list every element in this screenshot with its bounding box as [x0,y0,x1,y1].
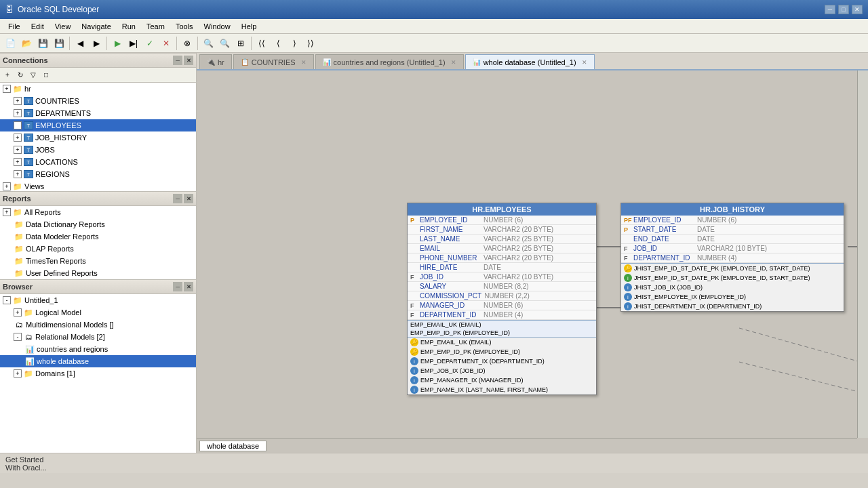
menu-tools[interactable]: Tools [170,21,199,32]
tb-zoom-in-btn[interactable]: 🔍 [201,36,216,51]
conn-refresh-btn[interactable]: ↻ [14,69,26,81]
tree-item-all-reports[interactable]: + 📁 All Reports [0,206,196,218]
tab-hr[interactable]: 🔌 hr [199,54,232,69]
tb-nav4-btn[interactable]: ⟩⟩ [303,36,318,51]
expand-domains[interactable]: + [14,369,22,378]
fk-marker-manager-id: F [410,302,420,309]
tb-back-btn[interactable]: ◀ [73,36,87,51]
tb-open-btn[interactable]: 📂 [19,36,34,51]
tb-new-btn[interactable]: 📄 [3,36,18,51]
tb-run-script-btn[interactable]: ▶| [126,36,141,51]
type-job-id: VARCHAR2 (10 BYTE) [484,273,553,281]
expand-departments[interactable]: + [14,109,22,117]
tab-whole-database[interactable]: 📊 whole database (Untitled_1) ✕ [465,54,595,69]
tree-item-hr[interactable]: + 📁 hr [0,83,196,95]
tree-item-user-defined[interactable]: 📁 User Defined Reports [0,267,196,279]
expand-hr[interactable]: + [3,85,11,93]
reports-title: Reports [3,195,31,203]
data-modeler-icon: 📁 [14,231,24,242]
menu-team[interactable]: Team [141,21,170,32]
canvas-tabs: whole database [197,438,857,453]
tree-item-locations[interactable]: + T LOCATIONS [0,156,196,168]
tb-commit-btn[interactable]: ✓ [142,36,157,51]
conn-schema-btn[interactable]: □ [40,69,52,81]
menu-file[interactable]: File [3,21,26,32]
tree-item-timesten[interactable]: 📁 TimesTen Reports [0,255,196,267]
menu-view[interactable]: View [50,21,77,32]
tree-item-domains[interactable]: + 📁 Domains [1] [0,367,196,380]
tree-item-employees[interactable]: - T EMPLOYEES [0,119,196,131]
connections-panel-controls[interactable]: ─ ✕ [173,56,193,65]
expand-regions[interactable]: + [14,170,22,178]
browser-minimize[interactable]: ─ [173,282,182,291]
tab-countries-regions[interactable]: 📊 countries and regions (Untitled_1) ✕ [315,54,464,69]
connections-close[interactable]: ✕ [184,56,193,65]
expand-jobs[interactable]: + [14,146,22,154]
tb-nav3-btn[interactable]: ⟩ [287,36,302,51]
tree-item-departments[interactable]: + T DEPARTMENTS [0,107,196,119]
tb-rollback-btn[interactable]: ✕ [159,36,174,51]
title-controls[interactable]: ─ □ ✕ [825,5,863,14]
tree-item-jobs[interactable]: + T JOBS [0,144,196,156]
close-button[interactable]: ✕ [852,5,863,14]
tb-nav1-btn[interactable]: ⟨⟨ [254,36,269,51]
conn-filter-btn[interactable]: ▽ [27,69,39,81]
expand-logical[interactable]: + [14,308,22,317]
canvas-tab-whole-database[interactable]: whole database [199,441,267,451]
tree-item-countries[interactable]: + T COUNTRIES [0,95,196,107]
jh-col-name-job-id: JOB_ID [633,245,694,252]
tree-item-views[interactable]: + 📁 Views [0,180,196,191]
tb-forward-btn[interactable]: ▶ [89,36,104,51]
tb-cancel-btn[interactable]: ⊗ [180,36,195,51]
connections-minimize[interactable]: ─ [173,56,182,65]
maximize-button[interactable]: □ [838,5,849,14]
browser-panel-controls[interactable]: ─ ✕ [173,282,193,291]
tree-item-regions[interactable]: + T REGIONS [0,168,196,180]
expand-locations[interactable]: + [14,158,22,166]
tree-item-relational[interactable]: - 🗂 Relational Models [2] [0,331,196,343]
tab-countries[interactable]: 📋 COUNTRIES ✕ [233,54,314,69]
reports-minimize[interactable]: ─ [173,194,182,203]
reports-close[interactable]: ✕ [184,194,193,203]
tree-item-olap[interactable]: 📁 OLAP Reports [0,243,196,255]
conn-add-btn[interactable]: + [1,69,14,81]
reports-panel-controls[interactable]: ─ ✕ [173,194,193,203]
tree-label-timesten: TimesTen Reports [26,257,86,265]
tree-item-whole-database[interactable]: 📊 whole database [0,355,196,367]
menu-navigate[interactable]: Navigate [76,21,116,32]
expand-all-reports[interactable]: + [3,208,11,216]
tree-item-multidim[interactable]: 🗂 Multidimensional Models [] [0,319,196,331]
erd-canvas[interactable]: HR.EMPLOYEES P EMPLOYEE_ID NUMBER (6) FI… [197,70,868,453]
tree-item-logical-model[interactable]: + 📁 Logical Model [0,306,196,319]
emp-col-last-name: LAST_NAME VARCHAR2 (25 BYTE) [408,235,596,244]
tb-save-btn[interactable]: 💾 [35,36,50,51]
tab-countries-regions-close[interactable]: ✕ [451,59,456,66]
tb-zoom-out-btn[interactable]: 🔍 [217,36,232,51]
tree-item-untitled1[interactable]: - 📁 Untitled_1 [0,294,196,306]
expand-relational[interactable]: - [14,333,22,341]
job-history-erd-table[interactable]: HR.JOB_HISTORY PF EMPLOYEE_ID NUMBER (6)… [620,203,844,312]
browser-close[interactable]: ✕ [184,282,193,291]
tb-nav2-btn[interactable]: ⟨ [271,36,285,51]
minimize-button[interactable]: ─ [825,5,835,14]
tb-save-all-btn[interactable]: 💾 [52,36,66,51]
expand-views[interactable]: + [3,182,11,190]
employees-erd-table[interactable]: HR.EMPLOYEES P EMPLOYEE_ID NUMBER (6) FI… [407,203,597,395]
menu-edit[interactable]: Edit [26,21,50,32]
expand-countries[interactable]: + [14,97,22,105]
tab-countries-close[interactable]: ✕ [301,59,307,66]
tb-run-btn[interactable]: ▶ [110,36,125,51]
expand-untitled1[interactable]: - [3,296,11,304]
tab-whole-database-close[interactable]: ✕ [582,59,587,66]
menu-help[interactable]: Help [236,21,262,32]
menu-run[interactable]: Run [117,21,141,32]
tree-item-data-dict[interactable]: 📁 Data Dictionary Reports [0,218,196,230]
canvas-scrollbar-right[interactable] [857,70,868,438]
menu-window[interactable]: Window [199,21,236,32]
tree-item-data-modeler[interactable]: 📁 Data Modeler Reports [0,230,196,243]
tb-fit-btn[interactable]: ⊞ [233,36,248,51]
tree-item-job-history[interactable]: + T JOB_HISTORY [0,131,196,144]
expand-employees[interactable]: - [14,121,22,129]
expand-job-history[interactable]: + [14,134,22,142]
tree-item-countries-regions-model[interactable]: 📊 countries and regions [0,343,196,355]
